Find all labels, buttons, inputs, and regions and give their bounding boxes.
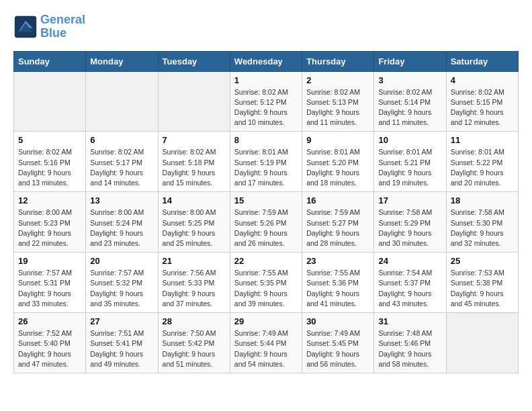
calendar-cell: 5Sunrise: 8:02 AM Sunset: 5:16 PM Daylig… xyxy=(14,132,86,192)
day-info: Sunrise: 8:00 AM Sunset: 5:25 PM Dayligh… xyxy=(163,208,226,248)
weekday-header-monday: Monday xyxy=(86,51,158,71)
day-number: 8 xyxy=(234,135,298,145)
calendar-cell: 20Sunrise: 7:57 AM Sunset: 5:32 PM Dayli… xyxy=(86,253,158,313)
calendar-cell: 30Sunrise: 7:49 AM Sunset: 5:45 PM Dayli… xyxy=(302,313,374,373)
calendar-week-4: 19Sunrise: 7:57 AM Sunset: 5:31 PM Dayli… xyxy=(14,253,519,313)
day-number: 14 xyxy=(163,195,226,205)
day-number: 9 xyxy=(306,135,369,145)
calendar-cell: 8Sunrise: 8:01 AM Sunset: 5:19 PM Daylig… xyxy=(230,132,302,192)
day-info: Sunrise: 7:54 AM Sunset: 5:37 PM Dayligh… xyxy=(378,268,441,309)
day-number: 31 xyxy=(378,316,441,326)
day-number: 5 xyxy=(18,135,81,145)
day-info: Sunrise: 8:02 AM Sunset: 5:15 PM Dayligh… xyxy=(451,87,514,128)
weekday-header-friday: Friday xyxy=(374,51,446,71)
calendar-cell: 13Sunrise: 8:00 AM Sunset: 5:24 PM Dayli… xyxy=(86,192,158,253)
day-number: 7 xyxy=(163,135,226,145)
calendar-cell: 7Sunrise: 8:02 AM Sunset: 5:18 PM Daylig… xyxy=(158,132,230,192)
day-number: 2 xyxy=(306,75,369,85)
day-number: 20 xyxy=(90,256,153,266)
weekday-header-tuesday: Tuesday xyxy=(158,51,230,71)
day-info: Sunrise: 7:59 AM Sunset: 5:27 PM Dayligh… xyxy=(306,208,369,248)
calendar-week-2: 5Sunrise: 8:02 AM Sunset: 5:16 PM Daylig… xyxy=(14,132,519,192)
calendar-cell: 21Sunrise: 7:56 AM Sunset: 5:33 PM Dayli… xyxy=(158,253,230,313)
day-info: Sunrise: 7:49 AM Sunset: 5:45 PM Dayligh… xyxy=(306,328,369,369)
day-info: Sunrise: 7:53 AM Sunset: 5:38 PM Dayligh… xyxy=(451,268,514,309)
calendar-cell: 23Sunrise: 7:55 AM Sunset: 5:36 PM Dayli… xyxy=(302,253,374,313)
calendar-cell: 3Sunrise: 8:02 AM Sunset: 5:14 PM Daylig… xyxy=(374,71,446,132)
day-number: 23 xyxy=(306,256,369,266)
calendar-cell: 28Sunrise: 7:50 AM Sunset: 5:42 PM Dayli… xyxy=(158,313,230,373)
day-number: 25 xyxy=(451,256,514,266)
logo: General Blue xyxy=(13,13,85,40)
day-number: 4 xyxy=(451,75,514,85)
day-info: Sunrise: 7:50 AM Sunset: 5:42 PM Dayligh… xyxy=(163,328,226,369)
day-info: Sunrise: 7:51 AM Sunset: 5:41 PM Dayligh… xyxy=(90,328,153,369)
day-number: 21 xyxy=(163,256,226,266)
day-info: Sunrise: 8:02 AM Sunset: 5:14 PM Dayligh… xyxy=(378,87,441,128)
day-info: Sunrise: 7:52 AM Sunset: 5:40 PM Dayligh… xyxy=(18,328,81,369)
day-info: Sunrise: 8:02 AM Sunset: 5:17 PM Dayligh… xyxy=(90,147,153,188)
calendar-week-3: 12Sunrise: 8:00 AM Sunset: 5:23 PM Dayli… xyxy=(14,192,519,253)
day-number: 15 xyxy=(234,195,298,205)
day-number: 28 xyxy=(163,316,226,326)
calendar-cell: 4Sunrise: 8:02 AM Sunset: 5:15 PM Daylig… xyxy=(446,71,518,132)
day-info: Sunrise: 7:58 AM Sunset: 5:30 PM Dayligh… xyxy=(451,208,514,248)
day-info: Sunrise: 8:02 AM Sunset: 5:16 PM Dayligh… xyxy=(18,147,81,188)
calendar-cell: 14Sunrise: 8:00 AM Sunset: 5:25 PM Dayli… xyxy=(158,192,230,253)
weekday-header-saturday: Saturday xyxy=(446,51,518,71)
day-number: 17 xyxy=(378,195,441,205)
day-info: Sunrise: 8:00 AM Sunset: 5:24 PM Dayligh… xyxy=(90,208,153,248)
calendar-cell: 22Sunrise: 7:55 AM Sunset: 5:35 PM Dayli… xyxy=(230,253,302,313)
calendar-cell: 18Sunrise: 7:58 AM Sunset: 5:30 PM Dayli… xyxy=(446,192,518,253)
day-number: 30 xyxy=(306,316,369,326)
day-info: Sunrise: 7:57 AM Sunset: 5:32 PM Dayligh… xyxy=(90,268,153,309)
calendar-cell xyxy=(446,313,518,373)
calendar-cell: 27Sunrise: 7:51 AM Sunset: 5:41 PM Dayli… xyxy=(86,313,158,373)
calendar-cell: 12Sunrise: 8:00 AM Sunset: 5:23 PM Dayli… xyxy=(14,192,86,253)
day-number: 6 xyxy=(90,135,153,145)
day-number: 11 xyxy=(451,135,514,145)
calendar-cell: 10Sunrise: 8:01 AM Sunset: 5:21 PM Dayli… xyxy=(374,132,446,192)
calendar-cell: 11Sunrise: 8:01 AM Sunset: 5:22 PM Dayli… xyxy=(446,132,518,192)
calendar-cell: 15Sunrise: 7:59 AM Sunset: 5:26 PM Dayli… xyxy=(230,192,302,253)
page-header: General Blue xyxy=(13,13,519,40)
calendar-week-5: 26Sunrise: 7:52 AM Sunset: 5:40 PM Dayli… xyxy=(14,313,519,373)
calendar-cell: 29Sunrise: 7:49 AM Sunset: 5:44 PM Dayli… xyxy=(230,313,302,373)
calendar-week-1: 1Sunrise: 8:02 AM Sunset: 5:12 PM Daylig… xyxy=(14,71,519,132)
calendar-cell: 9Sunrise: 8:01 AM Sunset: 5:20 PM Daylig… xyxy=(302,132,374,192)
weekday-header-thursday: Thursday xyxy=(302,51,374,71)
calendar-cell: 6Sunrise: 8:02 AM Sunset: 5:17 PM Daylig… xyxy=(86,132,158,192)
day-number: 18 xyxy=(451,195,514,205)
logo-text: General Blue xyxy=(40,13,85,40)
day-number: 26 xyxy=(18,316,81,326)
calendar-table: SundayMondayTuesdayWednesdayThursdayFrid… xyxy=(13,51,519,373)
calendar-cell xyxy=(158,71,230,132)
day-info: Sunrise: 7:56 AM Sunset: 5:33 PM Dayligh… xyxy=(163,268,226,309)
calendar-cell xyxy=(86,71,158,132)
day-info: Sunrise: 7:55 AM Sunset: 5:36 PM Dayligh… xyxy=(306,268,369,309)
day-info: Sunrise: 8:01 AM Sunset: 5:20 PM Dayligh… xyxy=(306,147,369,188)
day-info: Sunrise: 7:59 AM Sunset: 5:26 PM Dayligh… xyxy=(234,208,298,248)
day-info: Sunrise: 8:01 AM Sunset: 5:21 PM Dayligh… xyxy=(378,147,441,188)
weekday-header-wednesday: Wednesday xyxy=(230,51,302,71)
day-number: 24 xyxy=(378,256,441,266)
day-info: Sunrise: 7:57 AM Sunset: 5:31 PM Dayligh… xyxy=(18,268,81,309)
day-info: Sunrise: 8:02 AM Sunset: 5:18 PM Dayligh… xyxy=(163,147,226,188)
day-info: Sunrise: 7:55 AM Sunset: 5:35 PM Dayligh… xyxy=(234,268,298,309)
calendar-cell: 31Sunrise: 7:48 AM Sunset: 5:46 PM Dayli… xyxy=(374,313,446,373)
day-info: Sunrise: 7:58 AM Sunset: 5:29 PM Dayligh… xyxy=(378,208,441,248)
calendar-cell: 16Sunrise: 7:59 AM Sunset: 5:27 PM Dayli… xyxy=(302,192,374,253)
calendar-cell: 1Sunrise: 8:02 AM Sunset: 5:12 PM Daylig… xyxy=(230,71,302,132)
day-number: 19 xyxy=(18,256,81,266)
day-info: Sunrise: 8:02 AM Sunset: 5:13 PM Dayligh… xyxy=(306,87,369,128)
calendar-cell: 17Sunrise: 7:58 AM Sunset: 5:29 PM Dayli… xyxy=(374,192,446,253)
day-number: 29 xyxy=(234,316,298,326)
calendar-cell: 19Sunrise: 7:57 AM Sunset: 5:31 PM Dayli… xyxy=(14,253,86,313)
calendar-cell: 26Sunrise: 7:52 AM Sunset: 5:40 PM Dayli… xyxy=(14,313,86,373)
calendar-cell: 2Sunrise: 8:02 AM Sunset: 5:13 PM Daylig… xyxy=(302,71,374,132)
day-number: 13 xyxy=(90,195,153,205)
day-info: Sunrise: 8:01 AM Sunset: 5:19 PM Dayligh… xyxy=(234,147,298,188)
calendar-cell: 25Sunrise: 7:53 AM Sunset: 5:38 PM Dayli… xyxy=(446,253,518,313)
calendar-cell: 24Sunrise: 7:54 AM Sunset: 5:37 PM Dayli… xyxy=(374,253,446,313)
weekday-header-sunday: Sunday xyxy=(14,51,86,71)
